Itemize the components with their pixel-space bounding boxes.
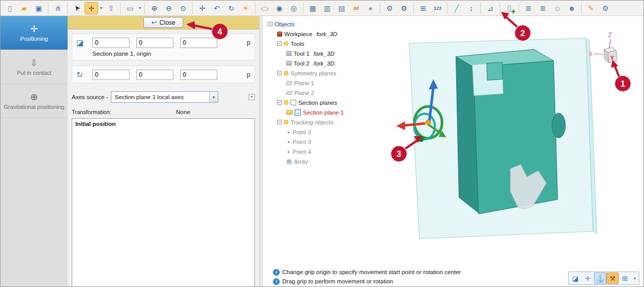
- rotation-y-input[interactable]: [136, 70, 173, 80]
- new-document-icon[interactable]: ▯: [3, 2, 17, 14]
- grid-columns-icon[interactable]: ▥: [320, 2, 334, 14]
- gizmo-origin-handle[interactable]: [426, 120, 431, 125]
- numbered-fields-icon[interactable]: 123: [431, 2, 444, 14]
- tree-item-label: Plane 1: [294, 80, 314, 86]
- hint-text: Drag grip to perform movement or rotatio…: [282, 278, 393, 284]
- collapse-icon[interactable]: −: [277, 41, 282, 46]
- positions-listbox[interactable]: Initial position: [72, 118, 255, 287]
- put-in-contact-icon: ⇩: [30, 58, 38, 68]
- collapse-icon[interactable]: −: [277, 71, 282, 75]
- hint-text: Change grip origin to specify movement s…: [282, 269, 461, 275]
- tree-item-point-2[interactable]: • Point 2: [267, 127, 395, 137]
- records-copy-icon[interactable]: ≣: [536, 2, 550, 14]
- model-fork-3d[interactable]: [456, 50, 566, 214]
- origin-y-input[interactable]: [136, 38, 173, 48]
- tree-item-workpiece[interactable]: Workpiece fork_3D: [267, 29, 395, 39]
- edit-note-icon[interactable]: ✎: [584, 2, 598, 14]
- collapse-icon[interactable]: −: [277, 100, 282, 105]
- z-axis-label: Z: [608, 31, 612, 39]
- tree-item-plane-1[interactable]: Plane 1: [267, 78, 395, 88]
- rotation-parameter-toggle[interactable]: p: [247, 71, 250, 78]
- collapse-icon[interactable]: −: [268, 22, 272, 26]
- tool-icon: [286, 51, 292, 56]
- visibility-bulb-icon[interactable]: [284, 71, 288, 75]
- tree-item-point-3[interactable]: • Point 3: [267, 137, 395, 147]
- tree-item-tool-2[interactable]: Tool 2 fork_3D: [267, 58, 395, 68]
- grip-add-button[interactable]: ⊞: [619, 273, 631, 284]
- axes-source-select[interactable]: Section plane 1 local axes ▼: [111, 91, 218, 103]
- visibility-bulb-icon[interactable]: [284, 120, 288, 124]
- orbit-view-icon[interactable]: ↻: [224, 2, 238, 14]
- settings-icon[interactable]: ⚙: [599, 2, 612, 14]
- grip-tool-button[interactable]: ⚒: [606, 273, 619, 284]
- collapse-icon[interactable]: −: [277, 120, 282, 124]
- grip-axes-button[interactable]: ✛: [582, 273, 594, 284]
- chart-icon[interactable]: ⊿: [484, 2, 497, 14]
- close-button[interactable]: ↩ Close: [143, 17, 183, 28]
- gear-dark-icon[interactable]: ⚙: [397, 2, 411, 14]
- grid-rows-icon[interactable]: ▤: [335, 2, 348, 14]
- info-icon: i: [273, 278, 280, 285]
- grip-anchor-button[interactable]: ⚓: [594, 273, 606, 284]
- tree-item-tool-1[interactable]: Tool 1 fork_3D: [267, 49, 395, 58]
- zoom-out-icon[interactable]: ⊖: [162, 2, 175, 14]
- badge-3d-icon[interactable]: 3d: [349, 2, 363, 14]
- rotate-object-icon[interactable]: ⇧: [104, 2, 118, 14]
- gear-pair-icon[interactable]: ⚙: [383, 2, 396, 14]
- tracking-eye-icon[interactable]: ◎: [287, 2, 300, 14]
- select-cursor-icon[interactable]: ➤: [70, 2, 84, 14]
- save-icon[interactable]: ▣: [32, 2, 45, 14]
- gizmo-grip-knob[interactable]: [418, 136, 424, 142]
- zoom-window-icon[interactable]: ⊙: [176, 2, 190, 14]
- 3d-viewport[interactable]: Z X Y: [395, 16, 643, 266]
- positioning-tool-button[interactable]: ✛: [85, 2, 98, 14]
- sidebar-item-gravitational-positioning[interactable]: ⊕ Gravitational positioning: [1, 84, 68, 118]
- tree-item-tracking-objects[interactable]: − Tracking objects: [267, 117, 395, 127]
- rotation-x-input[interactable]: [92, 70, 130, 80]
- section-planes-checkbox[interactable]: [291, 100, 296, 105]
- origin-parameter-toggle[interactable]: p: [247, 39, 250, 46]
- tree-item-plane-2[interactable]: Plane 2: [267, 88, 395, 98]
- grid-table-icon[interactable]: ▦: [306, 2, 319, 14]
- mesh-icon[interactable]: ⊞: [416, 2, 430, 14]
- user-icon[interactable]: ☺: [551, 2, 564, 14]
- tree-item-suffix: fork_3D: [314, 60, 334, 67]
- add-tracking-object-button[interactable]: ▯ ✚: [503, 2, 516, 14]
- grip-plane-button[interactable]: ◪: [569, 273, 582, 284]
- tree-item-array[interactable]: ▦ Array: [267, 156, 395, 166]
- open-folder-icon[interactable]: ▰: [18, 2, 31, 14]
- sidebar-item-put-in-contact[interactable]: ⇩ Put in contact: [1, 50, 68, 84]
- ruler-icon[interactable]: ╱: [450, 2, 463, 14]
- height-measure-icon[interactable]: ↨: [464, 2, 478, 14]
- visibility-bulb-icon[interactable]: [284, 41, 288, 46]
- tree-item-point-4[interactable]: • Point 4: [267, 147, 395, 156]
- dropdown-caret-icon[interactable]: ▾: [137, 6, 142, 10]
- sphere-icon[interactable]: ●: [364, 2, 377, 14]
- tree-item-section-plane-1[interactable]: → Section plane 1: [267, 107, 395, 117]
- tree-item-symmetry-planes[interactable]: − Symmetry planes: [267, 68, 395, 78]
- records-icon[interactable]: ≣: [522, 2, 535, 14]
- origin-x-input[interactable]: [92, 38, 130, 48]
- light-icon[interactable]: ☀: [239, 2, 252, 14]
- pan-view-icon[interactable]: ✛: [196, 2, 209, 14]
- zoom-in-icon[interactable]: ⊕: [148, 2, 161, 14]
- tree-item-section-planes[interactable]: − Section planes: [267, 98, 395, 107]
- section-ellipse-icon[interactable]: ◯: [258, 2, 271, 14]
- tree-item-label: Tool 2: [294, 60, 310, 67]
- undo-view-icon[interactable]: ↶: [210, 2, 223, 14]
- mode-sidebar: ✛ Positioning ⇩ Put in contact ⊕ Gravita…: [1, 16, 68, 287]
- display-mode-icon[interactable]: ▭: [123, 2, 137, 14]
- user-group-icon[interactable]: ☻: [565, 2, 578, 14]
- tree-item-objects[interactable]: − Objects: [267, 19, 395, 29]
- grip-more-button[interactable]: ▾: [631, 273, 638, 284]
- sidebar-item-label: Put in contact: [17, 70, 52, 76]
- visibility-eye-icon[interactable]: ◉: [272, 2, 286, 14]
- sidebar-item-positioning[interactable]: ✛ Positioning: [1, 16, 68, 50]
- visibility-bulb-icon[interactable]: [284, 100, 288, 105]
- tree-item-tools[interactable]: − Tools: [267, 39, 395, 49]
- rotation-z-input[interactable]: [180, 70, 217, 80]
- expand-plus-button[interactable]: +: [249, 94, 255, 100]
- dropdown-caret-icon[interactable]: ▾: [99, 6, 104, 10]
- model-tree-icon[interactable]: ⋔: [51, 2, 65, 14]
- origin-z-input[interactable]: [180, 38, 217, 48]
